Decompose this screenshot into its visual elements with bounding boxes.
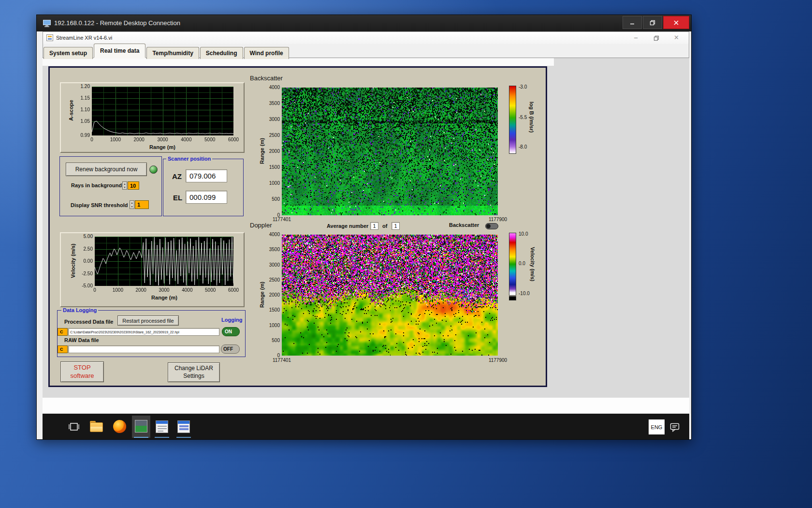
firefox-icon[interactable] <box>113 420 126 433</box>
axis-tick: 2.50 <box>72 246 93 252</box>
backscatter-colorbar <box>509 86 516 154</box>
renew-background-button[interactable]: Renew background now <box>66 163 147 176</box>
axis-tick: 500 <box>262 196 280 202</box>
backscatter-heatmap-canvas <box>282 88 498 215</box>
axis-tick: 1000 <box>108 287 128 293</box>
processed-drive-box[interactable]: C <box>58 328 68 336</box>
active-app-thumbnail-icon <box>135 420 147 433</box>
axis-tick: 4000 <box>262 232 280 238</box>
axis-tick: 2000 <box>131 287 151 293</box>
on-toggle-label: ON <box>225 329 232 334</box>
scan-scheduler-app-icon[interactable] <box>156 420 168 433</box>
stop-button-line2: software <box>70 372 94 380</box>
vi-file-icon <box>46 34 53 41</box>
change-lidar-settings-button[interactable]: Change LiDAR Settings <box>168 362 220 382</box>
rays-spin-up-icon[interactable]: ▲ <box>124 182 126 185</box>
active-app-highlight[interactable] <box>132 416 150 438</box>
raw-logging-toggle[interactable]: OFF <box>221 344 240 354</box>
raw-data-file-label: RAW Data file <box>64 337 99 343</box>
app-restore-button[interactable] <box>653 35 659 41</box>
rays-value-field[interactable]: 10 <box>128 181 139 190</box>
processed-logging-toggle[interactable]: ON <box>222 327 240 336</box>
snr-spinner[interactable]: ▲▼ <box>130 200 134 209</box>
axis-tick: 2500 <box>262 277 280 283</box>
feedback-chat-icon[interactable] <box>669 421 681 433</box>
file-explorer-icon[interactable] <box>90 422 103 432</box>
change-button-line2: Settings <box>183 373 204 380</box>
backscatter-title: Backscatter <box>250 75 283 82</box>
axis-tick: 6000 <box>224 287 243 293</box>
doppler-heatmap-canvas <box>282 235 498 356</box>
app-close-button[interactable]: ✕ <box>674 34 679 41</box>
tab-system-setup[interactable]: System setup <box>44 47 93 59</box>
language-indicator[interactable]: ENG <box>649 419 665 434</box>
app-window-title: StreamLine XR v14-6.vi <box>56 35 112 41</box>
axis-tick: 0 <box>262 212 280 218</box>
axis-tick: 3500 <box>262 101 280 106</box>
rays-in-background-label: Rays in background <box>71 182 122 188</box>
rdp-restore-button[interactable] <box>643 16 662 29</box>
tab-wind-profile[interactable]: Wind profile <box>244 47 289 59</box>
axis-tick: 5000 <box>200 137 219 143</box>
doppler-title: Doppler <box>250 222 272 229</box>
backscatter-toggle[interactable] <box>485 223 498 229</box>
el-value-field: 000.099 <box>186 191 227 204</box>
axis-tick: 0.00 <box>72 258 93 264</box>
processed-path-field[interactable]: C:\Lidar\Data\Proc\2023\202309\20230919\… <box>68 328 219 336</box>
raw-path-field[interactable] <box>68 345 219 353</box>
app-title-bar[interactable] <box>43 32 689 44</box>
rdp-close-button[interactable] <box>663 16 689 29</box>
axis-tick: 0 <box>262 353 280 359</box>
average-total-field[interactable]: 1 <box>392 222 400 230</box>
axis-tick: 1.15 <box>70 95 90 101</box>
axis-tick: 1000 <box>106 137 125 143</box>
axis-tick: 500 <box>262 338 280 344</box>
snr-spin-up-icon[interactable]: ▲ <box>131 201 133 204</box>
scanner-position-box: Scanner position <box>163 159 244 216</box>
backscatter-x-end-label: 1177900 <box>484 217 511 223</box>
ascope-plot-canvas <box>92 87 233 135</box>
app-minimize-button[interactable]: – <box>634 34 638 41</box>
axis-tick: 3000 <box>262 262 280 268</box>
tab-scheduling[interactable]: Scheduling <box>200 47 243 59</box>
scan-scheduler-underline <box>155 437 169 438</box>
axis-tick: 4000 <box>176 137 196 143</box>
axis-tick: 0 <box>82 137 102 143</box>
rays-spin-down-icon[interactable]: ▼ <box>124 186 126 189</box>
axis-tick: 1.05 <box>70 119 90 124</box>
renew-status-led <box>149 165 158 174</box>
axis-tick: -2.50 <box>72 271 93 277</box>
average-number-label: Average number <box>327 223 368 229</box>
axis-tick: 0 <box>85 287 104 293</box>
rays-spinner[interactable]: ▲▼ <box>122 181 127 190</box>
tab-temp-humidity[interactable]: Temp/humidity <box>146 47 199 59</box>
task-view-icon[interactable] <box>67 420 81 433</box>
average-number-field[interactable]: 1 <box>370 222 378 230</box>
axis-tick: 1000 <box>262 323 280 329</box>
velocity-x-axis-label: Range (m) <box>150 295 179 300</box>
snr-value-field[interactable]: 1 <box>135 200 149 209</box>
axis-tick: 6000 <box>224 137 243 143</box>
tab-real-time-data[interactable]: Real time data <box>94 44 145 58</box>
front-panel-top-strip <box>43 58 554 66</box>
axis-tick: -10.0 <box>519 291 535 297</box>
az-label: AZ <box>172 172 182 180</box>
doppler-colorbar-black-cap <box>509 296 516 300</box>
stop-software-button[interactable]: STOP software <box>60 361 104 382</box>
axis-tick: 10.0 <box>519 231 535 237</box>
snr-spin-down-icon[interactable]: ▼ <box>131 205 133 208</box>
rdp-minimize-button[interactable] <box>623 16 642 29</box>
stop-button-line1: STOP <box>73 364 90 372</box>
rdp-window-title: 192.168.0.122 - Remote Desktop Connectio… <box>54 19 180 27</box>
active-app-underline <box>134 437 148 438</box>
front-panel-bottom-strip <box>43 398 689 414</box>
restart-processed-file-button[interactable]: Restart processed file <box>117 315 179 326</box>
axis-tick: 3000 <box>262 117 280 122</box>
tab-bar: System setupReal time dataTemp/humidityS… <box>44 44 290 58</box>
raw-drive-box[interactable]: C <box>58 345 68 353</box>
snr-threshold-label: Display SNR threshold <box>71 202 128 208</box>
axis-tick: 3000 <box>153 137 173 143</box>
axis-tick: 1500 <box>262 164 280 170</box>
scanner-position-title: Scanner position <box>166 156 212 162</box>
app-window-icon[interactable] <box>177 420 190 433</box>
